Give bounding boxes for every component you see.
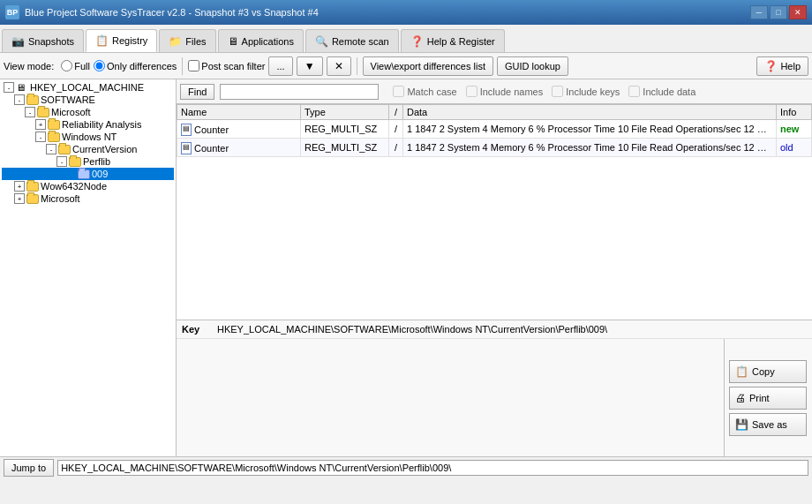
tree-toggle-wow6432[interactable]: + <box>14 181 25 192</box>
tab-files[interactable]: 📁 Files <box>159 29 215 52</box>
tab-applications[interactable]: 🖥 Applications <box>218 29 304 52</box>
computer-icon: 🖥 <box>16 82 28 93</box>
minimize-button[interactable]: ─ <box>750 5 768 19</box>
print-icon: 🖨 <box>735 392 746 404</box>
table-row[interactable]: ▤CounterREG_MULTI_SZ/1 1847 2 System 4 M… <box>177 120 812 139</box>
tree-item-currentversion[interactable]: - CurrentVersion <box>2 143 174 155</box>
guid-lookup-button[interactable]: GUID lookup <box>497 56 568 76</box>
find-options: Match case Include names Include keys In… <box>393 86 695 97</box>
help-register-icon: ❓ <box>410 35 424 48</box>
help-label: Help <box>780 61 801 71</box>
tree-label-software: SOFTWARE <box>41 94 95 105</box>
copy-button[interactable]: 📋 Copy <box>729 360 807 383</box>
find-button[interactable]: Find <box>180 84 214 100</box>
remote-scan-icon: 🔍 <box>315 35 328 48</box>
col-header-name: Name <box>177 105 301 120</box>
cell-data: 1 1847 2 System 4 Memory 6 % Processor T… <box>403 120 777 139</box>
tree-toggle-windowsnt[interactable]: - <box>35 132 46 142</box>
tree-label-perflib: Perflib <box>83 156 110 167</box>
post-scan-filter-label: Post scan filter <box>201 61 265 71</box>
jump-to-input[interactable] <box>57 460 808 476</box>
radio-full-label: Full <box>74 61 90 71</box>
print-label: Print <box>749 393 770 403</box>
save-as-button[interactable]: 💾 Save as <box>729 413 807 436</box>
registry-tree: - 🖥 HKEY_LOCAL_MACHINE - SOFTWARE - Micr… <box>0 79 177 456</box>
filter-options-button[interactable]: ... <box>268 56 292 76</box>
view-export-button[interactable]: View\export differences list <box>363 56 493 76</box>
main-content: - 🖥 HKEY_LOCAL_MACHINE - SOFTWARE - Micr… <box>0 79 812 456</box>
cell-arrow: / <box>389 120 403 139</box>
print-button[interactable]: 🖨 Print <box>729 387 807 410</box>
funnel-button[interactable]: ▼ <box>297 56 323 76</box>
folder-microsoft2-icon <box>26 193 39 204</box>
tab-files-label: Files <box>185 36 206 47</box>
include-names-label: Include names <box>480 87 544 97</box>
radio-full[interactable]: Full <box>61 60 90 71</box>
close-button[interactable]: ✕ <box>789 5 807 19</box>
tree-toggle-currentversion[interactable]: - <box>46 144 56 154</box>
key-label: Key <box>182 324 217 335</box>
tree-label-currentversion: CurrentVersion <box>72 144 137 154</box>
tree-item-software[interactable]: - SOFTWARE <box>2 94 174 106</box>
tab-remote-scan[interactable]: 🔍 Remote scan <box>305 29 399 52</box>
cell-info: old <box>777 139 812 157</box>
key-info-row: Key HKEY_LOCAL_MACHINE\SOFTWARE\Microsof… <box>177 320 812 339</box>
tab-help[interactable]: ❓ Help & Register <box>401 29 505 52</box>
tree-item-microsoft2[interactable]: + Microsoft <box>2 192 174 205</box>
cell-data: 1 1847 2 System 4 Memory 6 % Processor T… <box>403 139 777 157</box>
tree-item-wow6432[interactable]: + Wow6432Node <box>2 180 174 192</box>
tree-item-reliability[interactable]: + Reliability Analysis <box>2 118 174 131</box>
include-names-option[interactable]: Include names <box>466 86 544 97</box>
tree-toggle-software[interactable]: - <box>14 94 25 105</box>
tree-item-009[interactable]: 009 <box>2 168 174 180</box>
tab-snapshots[interactable]: 📷 Snapshots <box>2 29 84 52</box>
data-table: Name Type / Data Info ▤CounterREG_MULTI_… <box>177 104 812 320</box>
match-case-option[interactable]: Match case <box>393 86 456 97</box>
snapshots-icon: 📷 <box>11 35 25 48</box>
save-icon: 💾 <box>735 418 748 431</box>
tree-toggle-hklm[interactable]: - <box>4 82 14 93</box>
tree-item-perflib[interactable]: - Perflib <box>2 155 174 168</box>
include-data-option[interactable]: Include data <box>628 86 695 97</box>
folder-currentversion-icon <box>58 144 71 154</box>
tree-label-microsoft2: Microsoft <box>41 193 80 204</box>
tree-toggle-reliability[interactable]: + <box>35 119 46 130</box>
view-export-label: View\export differences list <box>371 61 485 71</box>
clear-icon: ✕ <box>335 60 343 72</box>
tab-snapshots-label: Snapshots <box>28 36 74 47</box>
cell-type: REG_MULTI_SZ <box>301 120 389 139</box>
tree-toggle-perflib[interactable]: - <box>56 156 67 167</box>
col-header-info: Info <box>777 105 812 120</box>
tree-item-windowsnt[interactable]: - Windows NT <box>2 131 174 143</box>
tab-registry[interactable]: 📋 Registry <box>86 29 157 52</box>
table-row[interactable]: ▤CounterREG_MULTI_SZ/1 1847 2 System 4 M… <box>177 139 812 157</box>
status-bar: Jump to <box>0 456 812 478</box>
radio-diff-label: Only differences <box>107 61 177 71</box>
find-input[interactable] <box>220 84 379 100</box>
tree-item-hklm[interactable]: - 🖥 HKEY_LOCAL_MACHINE <box>2 81 174 94</box>
view-mode-label: View mode: <box>4 61 54 71</box>
copy-icon: 📋 <box>735 365 748 378</box>
folder-software-icon <box>26 94 39 105</box>
help-button[interactable]: ❓ Help <box>756 56 808 76</box>
tree-item-microsoft[interactable]: - Microsoft <box>2 106 174 118</box>
tree-toggle-microsoft2[interactable]: + <box>14 193 25 204</box>
registry-icon: 📋 <box>95 34 109 47</box>
action-buttons-panel: 📋 Copy 🖨 Print 💾 Save as <box>724 339 812 456</box>
clear-filter-button[interactable]: ✕ <box>327 56 351 76</box>
jump-to-button[interactable]: Jump to <box>4 459 54 477</box>
col-header-type: Type <box>301 105 389 120</box>
toolbar: View mode: Full Only differences Post sc… <box>0 53 812 79</box>
maximize-button[interactable]: □ <box>770 5 787 19</box>
col-header-arrow: / <box>389 105 403 120</box>
guid-lookup-label: GUID lookup <box>505 61 560 71</box>
post-scan-filter-checkbox[interactable]: Post scan filter <box>188 60 265 71</box>
radio-diff[interactable]: Only differences <box>94 60 177 71</box>
copy-label: Copy <box>752 366 775 377</box>
include-data-label: Include data <box>643 87 695 97</box>
separator-1 <box>182 57 183 75</box>
include-keys-option[interactable]: Include keys <box>552 86 620 97</box>
tree-toggle-microsoft[interactable]: - <box>25 107 35 117</box>
help-icon: ❓ <box>764 60 778 72</box>
info-data-area <box>177 339 724 456</box>
